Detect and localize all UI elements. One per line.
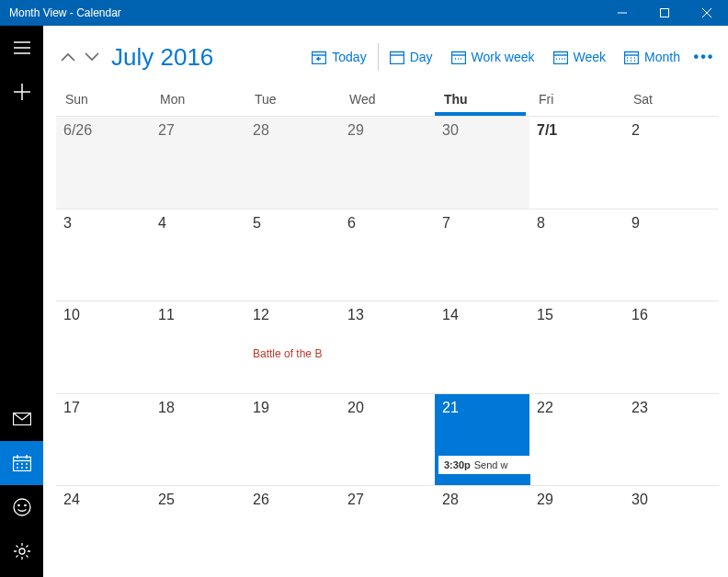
day-cell[interactable]: 17 <box>56 393 151 485</box>
window-minimize-button[interactable] <box>601 0 643 26</box>
day-cell-today[interactable]: 213:30pSend w <box>435 393 529 485</box>
day-cell[interactable]: 6/26 <box>56 117 151 209</box>
day-cell[interactable]: 12Battle of the B <box>245 300 340 392</box>
date-label: 26 <box>253 492 333 508</box>
day-cell[interactable]: 11 <box>151 300 245 392</box>
date-label: 22 <box>537 400 617 416</box>
svg-rect-33 <box>553 52 567 64</box>
weekday-tue: Tue <box>245 86 340 116</box>
new-event-button[interactable] <box>0 70 43 114</box>
svg-point-20 <box>14 499 30 515</box>
title-bar: Month View - Calendar <box>0 0 728 26</box>
day-cell[interactable]: 3 <box>56 209 151 300</box>
next-month-button[interactable] <box>80 43 104 71</box>
day-cell[interactable]: 7 <box>435 209 529 300</box>
weekday-thu: Thu <box>435 86 529 116</box>
svg-point-22 <box>24 504 25 505</box>
day-cell[interactable]: 20 <box>340 393 435 485</box>
date-label: 14 <box>442 307 522 323</box>
day-cell[interactable]: 18 <box>151 393 245 485</box>
holiday-event[interactable]: Battle of the B <box>253 347 333 360</box>
day-cell[interactable]: 27 <box>340 485 435 577</box>
day-cell[interactable]: 6 <box>340 209 435 300</box>
day-cell[interactable]: 9 <box>624 209 719 300</box>
day-cell[interactable]: 14 <box>435 300 529 392</box>
week-row: 6/26272829307/12 <box>56 117 719 209</box>
day-cell[interactable]: 4 <box>151 209 245 300</box>
month-title[interactable]: July 2016 <box>111 43 213 72</box>
date-label: 10 <box>63 307 143 323</box>
date-label: 18 <box>158 400 238 416</box>
day-cell[interactable]: 29 <box>529 485 624 577</box>
feedback-icon[interactable] <box>0 485 43 529</box>
date-label: 25 <box>158 492 238 508</box>
weekday-wed: Wed <box>340 86 435 116</box>
week-view-button[interactable]: Week <box>544 46 616 68</box>
weekday-mon: Mon <box>151 86 245 116</box>
day-cell[interactable]: 29 <box>340 117 435 209</box>
day-cell[interactable]: 19 <box>245 393 340 485</box>
day-cell[interactable]: 23 <box>624 393 719 485</box>
toolbar-separator <box>378 43 379 71</box>
week-row: 3456789 <box>56 209 719 300</box>
more-options-button[interactable]: ••• <box>689 43 719 71</box>
day-cell[interactable]: 27 <box>151 117 245 209</box>
date-label: 7/1 <box>537 122 617 139</box>
svg-point-21 <box>17 504 18 505</box>
date-label: 17 <box>63 400 143 416</box>
week-row: 24252627282930 <box>56 485 719 577</box>
window-close-button[interactable] <box>686 0 728 26</box>
day-cell[interactable]: 25 <box>151 485 245 577</box>
date-label: 30 <box>442 122 522 139</box>
hamburger-menu-button[interactable] <box>0 26 43 70</box>
day-cell[interactable]: 7/1 <box>529 117 624 209</box>
date-label: 2 <box>631 122 711 139</box>
day-cell[interactable]: 24 <box>56 485 151 577</box>
today-button[interactable]: Today <box>302 46 375 68</box>
date-label: 15 <box>537 307 617 323</box>
day-cell[interactable]: 26 <box>245 485 340 577</box>
calendar-event[interactable]: 3:30pSend w <box>435 456 530 474</box>
date-label: 4 <box>158 215 238 232</box>
date-label: 30 <box>631 492 711 508</box>
nav-rail <box>0 26 43 577</box>
day-cell[interactable]: 30 <box>435 117 529 209</box>
day-cell[interactable]: 13 <box>340 300 435 392</box>
day-cell[interactable]: 28 <box>245 117 340 209</box>
month-view-button[interactable]: Month <box>615 46 689 68</box>
day-cell[interactable]: 10 <box>56 300 151 392</box>
day-cell[interactable]: 5 <box>245 209 340 300</box>
day-cell[interactable]: 16 <box>624 300 719 392</box>
date-label: 20 <box>347 400 427 416</box>
day-view-button[interactable]: Day <box>381 46 442 68</box>
calendar-icon[interactable] <box>0 441 43 485</box>
date-label: 16 <box>631 307 711 323</box>
mail-icon[interactable] <box>0 397 43 441</box>
date-label: 8 <box>537 215 617 232</box>
weekday-header: Sun Mon Tue Wed Thu Fri Sat <box>56 86 719 116</box>
day-cell[interactable]: 8 <box>529 209 624 300</box>
week-row: 17181920213:30pSend w2223 <box>56 393 719 485</box>
month-grid: 6/26272829307/123456789101112Battle of t… <box>56 116 719 577</box>
day-cell[interactable]: 30 <box>624 485 719 577</box>
weekday-sat: Sat <box>624 86 719 116</box>
day-cell[interactable]: 15 <box>529 300 624 392</box>
date-label: 23 <box>631 400 711 416</box>
date-label: 13 <box>347 307 427 323</box>
date-label: 3 <box>63 215 143 232</box>
date-label: 6/26 <box>63 122 143 139</box>
settings-icon[interactable] <box>0 529 43 573</box>
date-label: 29 <box>347 122 427 139</box>
day-cell[interactable]: 22 <box>529 393 624 485</box>
date-label: 11 <box>158 307 238 323</box>
svg-point-23 <box>19 549 25 554</box>
day-cell[interactable]: 2 <box>624 117 719 209</box>
day-cell[interactable]: 28 <box>435 485 529 577</box>
event-tail <box>435 474 530 485</box>
window-maximize-button[interactable] <box>643 0 686 26</box>
weekday-fri: Fri <box>529 86 624 116</box>
prev-month-button[interactable] <box>56 43 80 71</box>
workweek-view-button[interactable]: Work week <box>442 46 544 68</box>
date-label: 27 <box>347 492 427 508</box>
date-label: 6 <box>347 215 427 232</box>
